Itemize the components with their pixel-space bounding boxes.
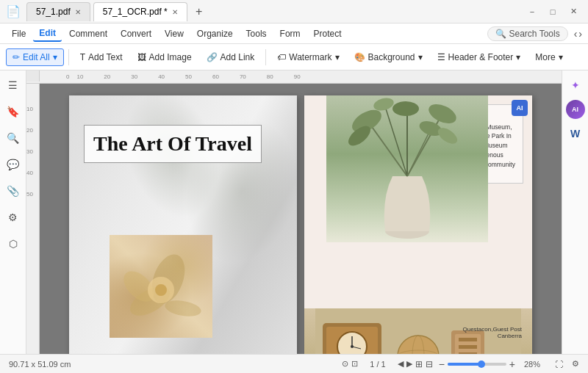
edit-all-arrow: ▾ [53, 52, 57, 62]
nav-icon[interactable]: ☰ [4, 76, 22, 94]
link-icon: 🔗 [207, 52, 218, 62]
ai-tag-badge: AI [512, 100, 528, 116]
search-sidebar-icon[interactable]: 🔍 [4, 129, 22, 147]
caption-right: Questacon,Guest Post Canberra [463, 326, 523, 339]
watermark-label: Watermark [289, 52, 331, 62]
background-label: Background [368, 52, 415, 62]
watermark-arrow: ▾ [335, 52, 340, 62]
comment-icon[interactable]: 💬 [4, 156, 22, 173]
search-icon: 🔍 [495, 29, 506, 39]
background-arrow: ▾ [418, 52, 423, 62]
menu-view[interactable]: View [159, 26, 190, 41]
scan-icon[interactable]: ⊙ [342, 359, 348, 369]
zoom-level: 28% [524, 360, 546, 369]
attachment-icon[interactable]: 📎 [4, 182, 22, 200]
settings-icon[interactable]: ⚙ [572, 359, 579, 369]
title-bar: 📄 57_1.pdf ✕ 57_1_OCR.pdf * ✕ + − □ ✕ [0, 0, 588, 23]
svg-point-13 [392, 101, 419, 116]
tab-1-close[interactable]: ✕ [75, 8, 81, 16]
maximize-icon[interactable]: □ [544, 3, 562, 21]
tab-2-close[interactable]: ✕ [172, 8, 178, 16]
pdf-page-right: Australian Museum, Sydney Australia's Fi… [304, 95, 532, 354]
page-next[interactable]: ▶ [406, 359, 412, 369]
ai-button[interactable]: AI [566, 100, 585, 119]
menu-protect[interactable]: Protect [308, 26, 348, 41]
nav-forward[interactable]: › [578, 28, 582, 40]
zoom-thumb[interactable] [478, 361, 485, 368]
right-sidebar: ✦ AI W [562, 70, 588, 354]
watermark-icon: 🏷 [277, 52, 286, 62]
more-label: More [535, 52, 555, 62]
bookmark-icon[interactable]: 🔖 [4, 103, 22, 120]
search-tools-label: Search Tools [509, 29, 560, 39]
nav-back[interactable]: ‹ [574, 28, 578, 40]
svg-line-11 [407, 132, 429, 176]
ruler-horizontal: 0 10 20 30 40 50 60 70 80 90 [26, 70, 562, 84]
pdf-canvas[interactable]: The Art Of Travel [40, 84, 562, 354]
add-link-label: Add Link [220, 52, 255, 62]
new-tab-button[interactable]: + [190, 3, 208, 21]
search-tools[interactable]: 🔍 Search Tools [487, 26, 568, 41]
app-logo: 📄 [6, 4, 21, 18]
separator-2 [265, 49, 266, 65]
svg-rect-33 [459, 352, 477, 354]
minimize-icon[interactable]: − [523, 3, 541, 21]
caption-line-1: Questacon,Guest Post [463, 326, 523, 333]
menu-edit[interactable]: Edit [33, 26, 62, 42]
menu-comment[interactable]: Comment [63, 26, 113, 41]
crop-icon[interactable]: ⊡ [351, 359, 358, 369]
zoom-track [448, 363, 480, 366]
zoom-out-button[interactable]: − [439, 358, 445, 370]
header-icon: ☰ [437, 52, 445, 62]
settings-sidebar-icon[interactable]: ⚙ [4, 209, 22, 226]
canvas-wrapper: 0 10 20 30 40 50 60 70 80 90 10 20 30 40… [26, 70, 562, 354]
left-sidebar: ☰ 🔖 🔍 💬 📎 ⚙ ⬡ [0, 70, 26, 354]
close-icon[interactable]: ✕ [564, 3, 582, 21]
menu-bar: File Edit Comment Convert View Organize … [0, 23, 588, 44]
fit-width[interactable]: ⊟ [426, 359, 433, 369]
more-button[interactable]: More ▾ [528, 48, 569, 66]
add-image-button[interactable]: 🖼 Add Image [131, 48, 198, 66]
edit-all-button[interactable]: ✏ Edit All ▾ [6, 48, 64, 66]
plant-svg [326, 95, 488, 242]
tab-2[interactable]: 57_1_OCR.pdf * ✕ [93, 2, 187, 21]
menu-tools[interactable]: Tools [240, 26, 273, 41]
menu-form[interactable]: Form [274, 26, 306, 41]
menu-convert[interactable]: Convert [115, 26, 157, 41]
title-box: The Art Of Travel [84, 125, 262, 163]
zoom-in-button[interactable]: + [509, 358, 515, 370]
edit-icon: ✏ [12, 52, 20, 62]
add-text-button[interactable]: T Add Text [74, 48, 129, 66]
layers-icon[interactable]: ⬡ [4, 235, 22, 253]
dimensions-label: 90.71 x 51.09 cm [9, 360, 71, 369]
sparkle-icon[interactable]: ✦ [567, 76, 584, 94]
add-link-button[interactable]: 🔗 Add Link [200, 48, 262, 66]
fit-page[interactable]: ⊞ [415, 359, 423, 369]
ruler-vertical: 10 20 30 40 50 [26, 84, 40, 354]
page-title: The Art Of Travel [93, 131, 252, 156]
header-footer-label: Header & Footer [448, 52, 514, 62]
watermark-button[interactable]: 🏷 Watermark ▾ [270, 48, 345, 66]
svg-rect-32 [459, 345, 477, 349]
caption-line-2: Canberra [463, 333, 523, 339]
background-button[interactable]: 🎨 Background ▾ [348, 48, 429, 66]
zoom-slider[interactable] [448, 363, 506, 366]
tab-1[interactable]: 57_1.pdf ✕ [26, 2, 90, 21]
add-image-label: Add Image [149, 52, 192, 62]
add-image-icon: 🖼 [137, 52, 146, 62]
edit-all-label: Edit All [23, 52, 50, 62]
svg-point-15 [372, 96, 395, 113]
menu-file[interactable]: File [6, 26, 32, 41]
page-nav: ◀ ▶ ⊞ ⊟ [398, 359, 433, 369]
svg-line-7 [370, 125, 407, 176]
fullscreen-button[interactable]: ⛶ [555, 360, 563, 369]
svg-line-10 [385, 106, 407, 176]
page-prev[interactable]: ◀ [398, 359, 404, 369]
tab-1-label: 57_1.pdf [36, 7, 71, 17]
page-info: 1 / 1 [370, 360, 385, 369]
word-icon[interactable]: W [567, 125, 584, 142]
page-container: The Art Of Travel [69, 95, 532, 342]
header-footer-button[interactable]: ☰ Header & Footer ▾ [431, 48, 528, 66]
plant-photo [326, 95, 488, 242]
menu-organize[interactable]: Organize [191, 26, 239, 41]
